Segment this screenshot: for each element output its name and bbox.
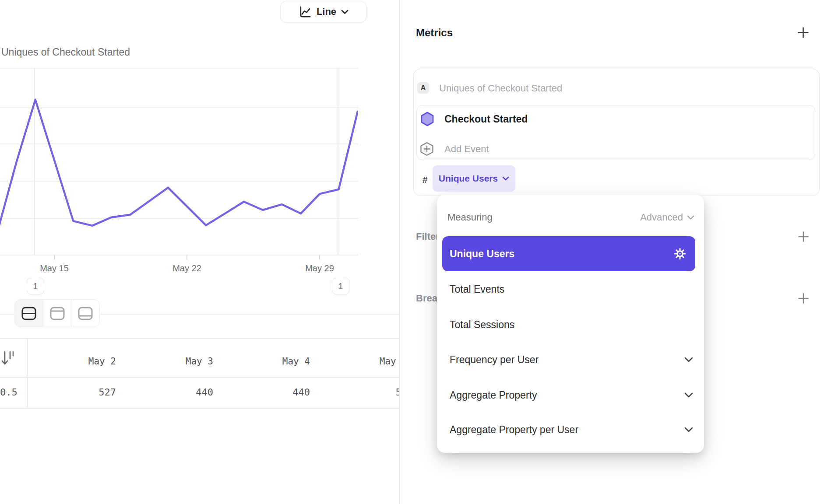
metric-letter-badge: A xyxy=(417,82,429,94)
plus-icon xyxy=(798,293,809,304)
add-filter-button[interactable] xyxy=(798,231,809,242)
measuring-mode-dropdown[interactable]: Advanced xyxy=(640,212,694,223)
chevron-down-icon xyxy=(684,427,694,433)
chart-annotation-lines xyxy=(35,68,338,255)
analytics-app: Line Uniques of Checkout Started xyxy=(0,0,831,504)
table-header-cell[interactable]: May 3 xyxy=(139,356,213,367)
chart-panel: Line Uniques of Checkout Started xyxy=(0,0,400,504)
menu-item-frequency-per-user[interactable]: Frequency per User xyxy=(437,348,704,371)
x-axis-label: May 29 xyxy=(293,263,346,273)
measuring-mode-label: Advanced xyxy=(640,212,683,223)
menu-item-label: Unique Users xyxy=(450,248,514,260)
menu-item-label: Aggregate Property per User xyxy=(450,424,578,436)
chevron-down-icon xyxy=(684,392,694,398)
measure-dropdown[interactable]: Unique Users xyxy=(433,165,515,192)
menu-item-label: Total Events xyxy=(450,284,504,295)
add-metric-button[interactable] xyxy=(797,27,809,38)
line-chart-icon xyxy=(298,5,312,19)
menu-item-label: Total Sessions xyxy=(450,319,514,331)
table-row-label: 0.5 xyxy=(0,387,17,398)
measure-dropdown-label: Unique Users xyxy=(439,173,498,184)
table-header-cell[interactable]: May 5 xyxy=(333,356,400,367)
chart-type-label: Line xyxy=(317,6,336,18)
menu-item-label: Frequency per User xyxy=(450,354,539,366)
layout-chart-only-button[interactable] xyxy=(43,300,71,327)
top-panel-view-icon xyxy=(50,307,65,320)
popover-header: Measuring xyxy=(447,212,493,223)
chevron-down-icon xyxy=(341,10,349,14)
annotation-badge[interactable]: 1 xyxy=(332,278,349,294)
table-cell: 51 xyxy=(333,387,400,398)
table-border xyxy=(0,408,400,409)
metrics-section-title: Metrics xyxy=(416,27,453,39)
line-chart-canvas[interactable] xyxy=(0,61,358,265)
table-cell: 440 xyxy=(236,387,310,398)
table-column-border xyxy=(27,338,28,408)
event-hexagon-icon xyxy=(421,112,434,126)
layout-split-button[interactable] xyxy=(15,300,43,327)
layout-table-only-button[interactable] xyxy=(71,300,99,327)
table-cell: 440 xyxy=(139,387,213,398)
add-breakdown-button[interactable] xyxy=(798,293,809,304)
metrics-panel: Metrics A Uniques of Checkout Started Ch… xyxy=(400,0,831,504)
chart-type-button[interactable]: Line xyxy=(280,1,366,23)
gear-icon[interactable] xyxy=(673,247,687,260)
menu-item-label: Aggregate Property xyxy=(450,389,537,401)
chart-axis-ticks xyxy=(54,255,320,259)
annotation-badge[interactable]: 1 xyxy=(27,278,44,294)
chart-title: Uniques of Checkout Started xyxy=(1,46,130,58)
chevron-down-icon xyxy=(502,176,509,181)
chevron-down-icon xyxy=(687,215,694,220)
table-cell: 527 xyxy=(42,387,116,398)
add-event-label[interactable]: Add Event xyxy=(444,144,489,155)
x-axis-label: May 15 xyxy=(28,263,81,273)
menu-item-total-events[interactable]: Total Events xyxy=(437,278,704,301)
table-border xyxy=(0,338,400,339)
menu-item-aggregate-property[interactable]: Aggregate Property xyxy=(437,384,704,406)
measuring-popover: Measuring Advanced Unique Users xyxy=(437,195,704,453)
menu-item-aggregate-property-per-user[interactable]: Aggregate Property per User xyxy=(437,418,704,441)
sort-icon[interactable] xyxy=(0,350,14,368)
chart-line xyxy=(0,100,358,232)
menu-item-total-sessions[interactable]: Total Sessions xyxy=(437,313,704,336)
split-view-icon xyxy=(21,307,36,320)
event-name[interactable]: Checkout Started xyxy=(444,113,528,125)
table-header-cell[interactable]: May 2 xyxy=(42,356,116,367)
metric-card-title[interactable]: Uniques of Checkout Started xyxy=(439,83,562,94)
add-event-hexagon-plus-icon[interactable] xyxy=(420,142,434,156)
table-header-cell[interactable]: May 4 xyxy=(236,356,310,367)
chevron-down-icon xyxy=(684,357,694,363)
layout-toggle-group xyxy=(14,299,100,327)
menu-item-unique-users[interactable]: Unique Users xyxy=(442,236,695,271)
measure-hash-symbol: # xyxy=(423,175,428,185)
bottom-panel-view-icon xyxy=(78,307,93,320)
x-axis-label: May 22 xyxy=(161,263,213,273)
table-border xyxy=(0,377,400,378)
plus-icon xyxy=(797,27,809,38)
plus-icon xyxy=(798,231,809,242)
